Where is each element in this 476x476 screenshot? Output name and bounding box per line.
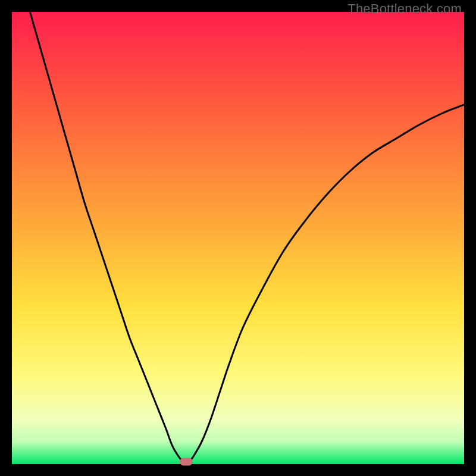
chart-frame [12, 12, 464, 464]
bottleneck-chart [12, 12, 464, 464]
watermark-text: TheBottleneck.com [347, 1, 462, 17]
heat-gradient-bg [12, 12, 464, 464]
optimal-marker [180, 458, 193, 466]
